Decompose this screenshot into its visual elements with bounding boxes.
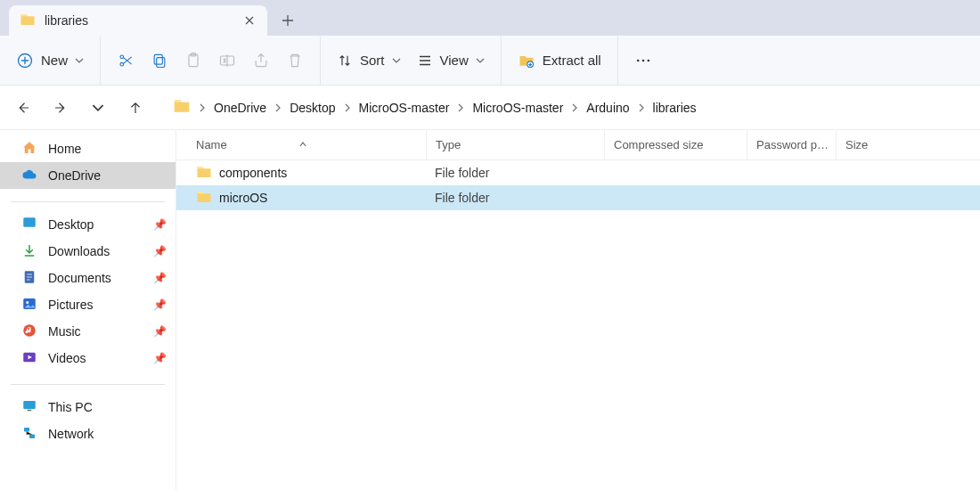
sidebar-item-downloads[interactable]: Downloads 📌 [0, 238, 176, 265]
scissors-icon [117, 52, 135, 69]
chevron-right-icon[interactable] [570, 101, 579, 115]
share-icon [252, 52, 270, 69]
sidebar-item-label: Music [48, 324, 143, 339]
pin-icon: 📌 [153, 352, 167, 364]
file-name: microOS [219, 191, 267, 205]
close-icon[interactable] [242, 13, 257, 28]
svg-rect-4 [154, 54, 162, 64]
tab-strip: libraries [0, 0, 980, 36]
breadcrumb-segment[interactable]: MicroOS-master [472, 101, 563, 115]
new-button[interactable]: New [16, 45, 84, 77]
sidebar: Home OneDrive Desktop 📌 Downloads 📌 Docu… [0, 130, 176, 490]
nav-strip: OneDrive Desktop MicroOS-master MicroOS-… [0, 86, 980, 130]
sidebar-item-music[interactable]: Music 📌 [0, 318, 176, 345]
home-icon [21, 140, 37, 159]
sidebar-item-desktop[interactable]: Desktop 📌 [0, 211, 176, 238]
svg-rect-19 [28, 409, 32, 411]
pin-icon: 📌 [153, 272, 167, 284]
rename-icon [218, 52, 236, 69]
column-header-type[interactable]: Type [426, 130, 604, 159]
sidebar-item-label: Documents [48, 271, 143, 285]
recent-locations-button[interactable] [87, 97, 109, 118]
sidebar-item-label: Downloads [48, 244, 143, 258]
sidebar-item-videos[interactable]: Videos 📌 [0, 345, 176, 372]
breadcrumb-segment[interactable]: Desktop [290, 101, 335, 115]
pin-icon: 📌 [153, 245, 167, 257]
sort-button[interactable]: Sort [337, 45, 401, 77]
paste-button[interactable] [184, 45, 202, 77]
cut-button[interactable] [117, 45, 135, 77]
copy-button[interactable] [151, 45, 168, 77]
svg-point-10 [641, 59, 644, 61]
sidebar-item-thispc[interactable]: This PC [0, 394, 176, 421]
sidebar-item-home[interactable]: Home [0, 135, 176, 162]
sidebar-item-label: This PC [48, 400, 167, 414]
view-label: View [440, 53, 469, 68]
svg-point-11 [647, 59, 649, 61]
videos-icon [21, 349, 37, 368]
breadcrumb-segment[interactable]: MicroOS-master [359, 101, 450, 115]
chevron-down-icon [75, 53, 84, 68]
tab-libraries[interactable]: libraries [9, 5, 267, 36]
forward-button[interactable] [50, 97, 71, 118]
breadcrumb-segment[interactable]: Arduino [586, 101, 629, 115]
folder-icon [173, 97, 191, 118]
folder-icon [196, 164, 212, 183]
sidebar-item-onedrive[interactable]: OneDrive [0, 162, 176, 189]
sidebar-item-label: Videos [48, 351, 143, 365]
download-icon [21, 242, 37, 261]
breadcrumb[interactable]: OneDrive Desktop MicroOS-master MicroOS-… [162, 97, 964, 118]
more-button[interactable] [634, 45, 652, 77]
sidebar-item-label: Pictures [48, 298, 143, 312]
column-header-name[interactable]: Name [176, 138, 426, 151]
svg-rect-21 [29, 434, 35, 438]
desktop-icon [21, 216, 37, 234]
column-header-password[interactable]: Password p… [747, 130, 836, 159]
column-label: Name [196, 138, 227, 151]
view-button[interactable]: View [417, 45, 485, 77]
sidebar-item-documents[interactable]: Documents 📌 [0, 265, 176, 291]
rename-button[interactable] [218, 45, 236, 77]
chevron-right-icon[interactable] [456, 101, 465, 115]
new-tab-button[interactable] [273, 5, 303, 36]
sort-icon [337, 53, 353, 69]
sidebar-item-label: Home [48, 142, 167, 156]
file-list: Name Type Compressed size Password p… Si… [176, 130, 980, 490]
tab-title: libraries [45, 13, 233, 28]
paste-icon [184, 52, 202, 69]
svg-point-1 [120, 62, 124, 66]
sidebar-item-pictures[interactable]: Pictures 📌 [0, 291, 176, 318]
chevron-down-icon [392, 53, 401, 68]
svg-rect-20 [24, 428, 29, 432]
table-row[interactable]: microOS File folder [176, 185, 980, 210]
delete-button[interactable] [286, 45, 304, 77]
chevron-right-icon[interactable] [198, 101, 207, 115]
up-button[interactable] [125, 97, 146, 118]
svg-point-9 [636, 59, 639, 61]
document-icon [21, 269, 37, 288]
pin-icon: 📌 [153, 298, 167, 311]
table-row[interactable]: components File folder [176, 160, 980, 185]
svg-rect-12 [23, 217, 36, 227]
trash-icon [286, 52, 304, 69]
sidebar-item-label: Desktop [48, 217, 143, 232]
back-button[interactable] [12, 97, 34, 118]
cloud-icon [21, 167, 37, 185]
new-label: New [41, 53, 68, 68]
chevron-right-icon[interactable] [637, 101, 646, 115]
sort-indicator-icon [298, 140, 307, 151]
extract-all-button[interactable]: Extract all [518, 45, 601, 77]
svg-rect-18 [23, 401, 36, 409]
column-label: Compressed size [614, 138, 703, 151]
sidebar-item-network[interactable]: Network [0, 421, 176, 447]
breadcrumb-segment[interactable]: libraries [653, 101, 697, 115]
breadcrumb-segment[interactable]: OneDrive [214, 101, 266, 115]
chevron-right-icon[interactable] [343, 101, 352, 115]
column-label: Password p… [756, 138, 829, 151]
music-icon [21, 323, 37, 341]
svg-point-2 [120, 55, 124, 59]
share-button[interactable] [252, 45, 270, 77]
column-header-size[interactable]: Size [836, 130, 980, 159]
chevron-right-icon[interactable] [274, 101, 282, 115]
column-header-compressed-size[interactable]: Compressed size [604, 130, 747, 159]
